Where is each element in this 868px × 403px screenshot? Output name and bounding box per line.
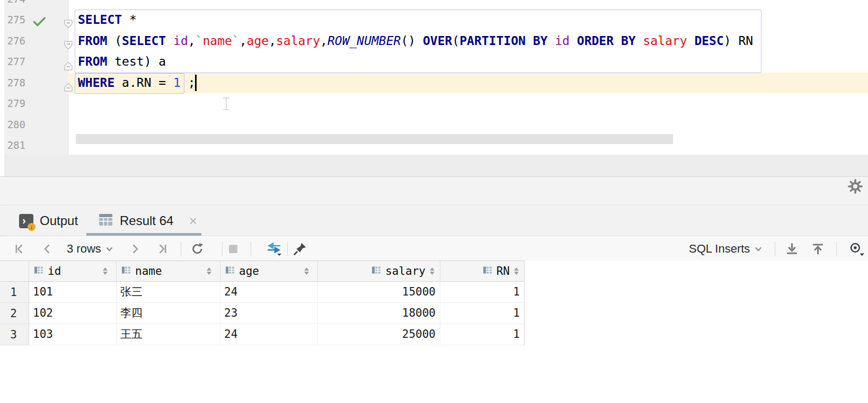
cell-name[interactable]: 李四 [117,303,220,324]
column-header-label: RN [497,265,510,277]
toolbar-separator [222,241,223,256]
column-header-name[interactable]: name [117,261,220,281]
row-number-cell[interactable]: 3 [0,324,29,345]
column-icon [371,265,381,277]
mouse-ibeam-cursor [223,97,230,110]
column-header-label: id [48,265,61,277]
line-number: 280 [0,114,25,136]
ide-window: 274275SELECT *276FROM (SELECT id,`name`,… [0,0,868,403]
page-size-dropdown[interactable]: 3 rows [67,242,113,256]
toolbar-separator [181,241,181,256]
column-header-id[interactable]: id [29,261,117,281]
line-number: 281 [0,135,25,156]
cell-RN[interactable]: 1 [440,303,525,324]
column-header-salary[interactable]: salary [318,261,440,281]
next-page-icon[interactable] [131,243,140,255]
cell-age[interactable]: 23 [220,303,318,324]
panel-options-strip [0,176,868,205]
toolbar-separator [251,241,251,256]
previous-page-icon[interactable] [42,243,51,255]
active-tab-underline [86,233,201,236]
cell-age[interactable]: 24 [220,324,318,345]
toolbar-separator [836,241,837,256]
tab-result-label: Result 64 [120,213,173,228]
statement-selection-box [75,10,761,73]
pin-tab-icon[interactable] [293,242,307,256]
settings-gear-icon[interactable] [848,179,863,194]
reload-icon[interactable] [191,242,204,255]
line-number: 277 [0,51,25,73]
cell-name[interactable]: 王五 [117,324,220,345]
table-row: 1101张三24150001 [0,282,525,303]
line-number: 278 [0,73,25,94]
preview-eye-icon[interactable] [848,241,865,256]
cell-id[interactable]: 103 [29,324,117,345]
table-row: 3103王五24250001 [0,324,525,345]
compare-data-icon[interactable] [266,242,282,256]
text-caret [195,75,197,91]
sql-editor[interactable]: 274275SELECT *276FROM (SELECT id,`name`,… [0,0,868,155]
run-output-icon: ›↓ [19,214,33,228]
chevron-down-icon [106,244,113,254]
column-header-label: age [239,265,259,277]
chevron-down-icon [755,244,762,254]
cell-salary[interactable]: 15000 [318,282,440,303]
line-number: 276 [0,31,25,52]
grid-right-border [524,261,525,345]
row-number-cell[interactable]: 1 [0,282,29,303]
line-number: 275 [0,10,25,31]
sort-arrows-icon [304,267,309,275]
column-header-age[interactable]: age [220,261,318,281]
cell-id[interactable]: 101 [29,282,117,303]
horizontal-scrollbar-thumb[interactable] [76,134,673,144]
statement-selection-box-where [75,73,184,94]
cell-RN[interactable]: 1 [440,324,525,345]
export-format-label: SQL Inserts [689,242,750,256]
cell-id[interactable]: 102 [29,303,117,324]
line-number: 279 [0,93,25,114]
cell-salary[interactable]: 25000 [318,324,440,345]
column-header-RN[interactable]: RN [440,261,525,281]
column-icon [34,265,43,277]
last-page-icon[interactable] [156,243,167,255]
column-icon [121,265,131,277]
close-icon[interactable]: × [189,214,197,228]
cell-name[interactable]: 张三 [117,282,220,303]
grid-corner-cell [0,261,29,281]
cell-salary[interactable]: 18000 [318,303,440,324]
tab-result-64[interactable]: Result 64 × [86,206,201,236]
editor-line-280[interactable]: 280 [0,114,868,136]
cell-RN[interactable]: 1 [440,282,525,303]
column-icon [483,265,492,277]
tab-output-label: Output [40,213,78,228]
result-toolbar: 3 rows [0,237,868,261]
page-size-label: 3 rows [67,242,101,256]
grid-header-row: idnameagesalaryRN [0,261,525,282]
tab-output[interactable]: ›↓ Output [11,206,86,236]
sort-arrows-icon [207,267,211,275]
result-table-icon [99,214,112,228]
column-header-label: salary [385,265,426,277]
toolbar-separator [775,241,775,256]
download-icon[interactable] [785,242,799,255]
column-header-label: name [135,265,162,277]
result-panel-tabs: ›↓ Output Result 64 × [0,206,868,236]
table-row: 2102李四23180001 [0,303,525,324]
toolbar-separator [287,241,288,256]
cell-age[interactable]: 24 [220,282,318,303]
sort-arrows-icon [103,267,108,275]
sort-arrows-icon [514,267,519,275]
row-number-cell[interactable]: 2 [0,303,29,324]
editor-bottom-strip [4,155,868,176]
editor-line-279[interactable]: 279 [0,93,868,114]
first-page-icon[interactable] [14,243,26,255]
editor-line-274[interactable]: 274 [0,0,868,10]
sort-arrows-icon [430,267,435,275]
stop-icon[interactable] [228,244,238,254]
line-number: 274 [0,0,25,10]
column-icon [225,265,235,277]
export-format-dropdown[interactable]: SQL Inserts [689,242,762,256]
upload-icon[interactable] [811,242,825,255]
